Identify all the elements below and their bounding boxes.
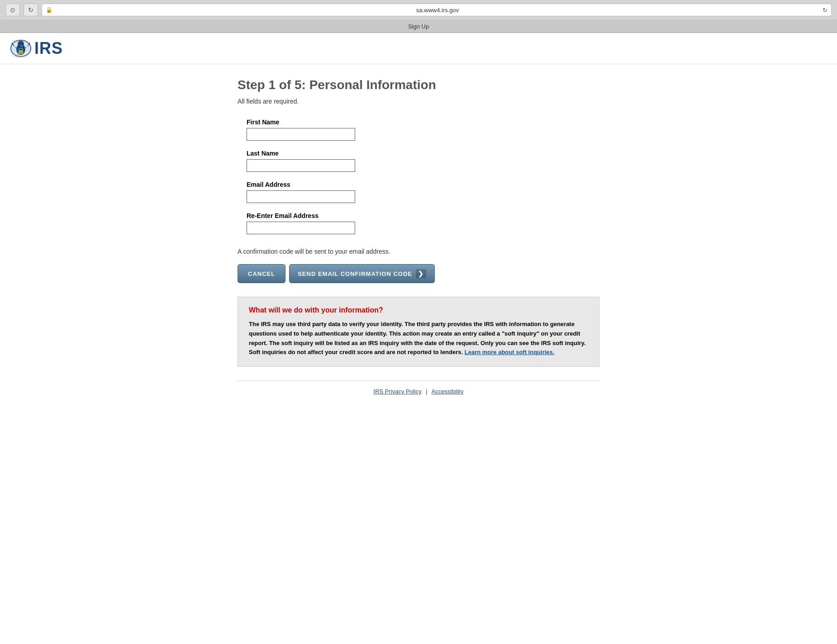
re-enter-email-group: Re-Enter Email Address [247, 212, 599, 234]
reload-icon: ↻ [28, 6, 33, 14]
last-name-label: Last Name [247, 150, 599, 157]
stop-button[interactable]: ⊙ [5, 4, 20, 16]
tab-bar: Sign Up [0, 20, 837, 33]
required-note: All fields are required. [238, 98, 599, 105]
address-reload-icon[interactable]: ↻ [823, 7, 827, 14]
cancel-button[interactable]: CANCEL [238, 264, 285, 283]
tab-title: Sign Up [408, 23, 429, 30]
accessibility-link[interactable]: Accessibility [432, 388, 464, 395]
first-name-group: First Name [247, 118, 599, 141]
address-bar[interactable]: 🔒 sa.www4.irs.gov ↻ [42, 4, 832, 16]
soft-inquiries-link[interactable]: Learn more about soft inquiries. [465, 349, 555, 355]
lock-icon: 🔒 [46, 7, 52, 13]
info-box-title: What will we do with your information? [249, 306, 588, 314]
send-button-label: SEND EMAIL CONFIRMATION CODE [298, 270, 412, 277]
send-email-button[interactable]: SEND EMAIL CONFIRMATION CODE ❯ [289, 264, 435, 283]
footer-separator: | [426, 388, 427, 395]
form-section: First Name Last Name Email Address Re-En… [247, 118, 599, 234]
last-name-input[interactable] [247, 159, 355, 172]
first-name-label: First Name [247, 118, 599, 126]
first-name-input[interactable] [247, 128, 355, 141]
email-label: Email Address [247, 181, 599, 188]
email-input[interactable] [247, 190, 355, 203]
stop-icon: ⊙ [10, 6, 15, 14]
privacy-policy-link[interactable]: IRS Privacy Policy [374, 388, 422, 395]
page-footer: IRS Privacy Policy | Accessibility [238, 380, 599, 395]
svg-text:★★★: ★★★ [13, 39, 19, 42]
page-title: Step 1 of 5: Personal Information [238, 78, 599, 92]
browser-chrome: ⊙ ↻ 🔒 sa.www4.irs.gov ↻ [0, 0, 837, 20]
info-box: What will we do with your information? T… [238, 297, 599, 367]
main-content: Step 1 of 5: Personal Information All fi… [215, 64, 622, 417]
re-enter-email-input[interactable] [247, 222, 355, 234]
irs-eagle-icon: ★★★ [9, 38, 33, 58]
last-name-group: Last Name [247, 150, 599, 172]
page-header: ★★★ IRS [0, 33, 837, 64]
arrow-right-icon: ❯ [416, 269, 426, 278]
buttons-row: CANCEL SEND EMAIL CONFIRMATION CODE ❯ [238, 264, 599, 283]
email-group: Email Address [247, 181, 599, 203]
reload-button[interactable]: ↻ [24, 4, 38, 16]
svg-rect-6 [19, 49, 23, 50]
footer-links: IRS Privacy Policy | Accessibility [238, 388, 599, 395]
re-enter-email-label: Re-Enter Email Address [247, 212, 599, 219]
info-box-body: The IRS may use third party data to veri… [249, 320, 588, 357]
url-text: sa.www4.irs.gov [55, 7, 820, 14]
irs-logo: ★★★ IRS [9, 38, 828, 58]
confirmation-note: A confirmation code will be sent to your… [238, 248, 599, 255]
irs-logo-text: IRS [34, 39, 63, 58]
